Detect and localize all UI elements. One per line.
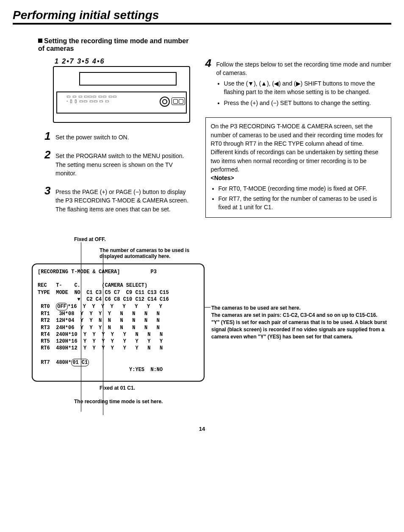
callout-fixed-01c1: Fixed at 01 C1. [100, 385, 391, 391]
info-box: On the P3 RECORDING T-MODE & CAMERA scre… [205, 117, 391, 218]
notes-heading: <Notes> [211, 174, 386, 182]
info-para: Different kinds of recordings can be und… [211, 148, 386, 174]
callout-fixed-off: Fixed at OFF. [74, 236, 391, 242]
info-note: For RT0, T-MODE (recording time mode) is… [219, 184, 386, 193]
step-number: 2 [44, 149, 53, 160]
step-3: 3 Press the PAGE (+) or PAGE (−) button … [44, 185, 193, 213]
side-note: The cameras are set in pairs: C1-C2, C3-… [211, 312, 391, 319]
step-number: 1 [44, 130, 53, 141]
step-text: Set the power switch to ON. [55, 133, 193, 141]
square-bullet-icon [38, 39, 42, 43]
callout-rec-time-mode: The recording time mode is set here. [74, 399, 391, 405]
step4-intro: Follow the steps below to set the record… [216, 61, 391, 76]
panel-controls-row: ▭ ▭ ▭ ▭▭▭ ▭▭ ▭▭◦ ▯ ▯ ▭▭ ▭▭ ▭ ▭ [66, 94, 117, 103]
section-heading: Setting the recording time mode and numb… [38, 37, 191, 53]
step-number: 4 [205, 58, 214, 69]
info-para: On the P3 RECORDING T-MODE & CAMERA scre… [211, 122, 386, 148]
step4-bullet: Use the (▼), (▲), (◀) and (▶) SHIFT butt… [224, 79, 391, 97]
side-note: "Y" (YES) is set for each pair of camera… [211, 319, 391, 340]
step-number: 3 [44, 185, 53, 196]
diagram-number-labels: 1 2•7 3•5 4•6 [32, 58, 193, 65]
two-button-group-icon [172, 97, 185, 105]
section-heading-text: Setting the recording time mode and numb… [38, 37, 188, 52]
p3-screen-box: [RECORDING T-MODE & CAMERA] P3 REC T- C.… [32, 263, 205, 382]
step-text: Set the PROGRAM switch to the MENU posit… [55, 152, 193, 177]
step-text: Follow the steps below to set the record… [216, 60, 391, 110]
side-note: The cameras to be used are set here. [211, 305, 391, 312]
step-text: Press the PAGE (+) or PAGE (−) button to… [55, 188, 193, 213]
page-number: 14 [13, 426, 391, 432]
page-title: Performing initial settings [13, 8, 391, 25]
cassette-slot-icon [79, 72, 177, 86]
screen-diagram-section: Fixed at OFF. The number of cameras to b… [32, 236, 391, 405]
vcr-front-diagram: ▭ ▭ ▭ ▭▭▭ ▭▭ ▭▭◦ ▯ ▯ ▭▭ ▭▭ ▭ ▭ [53, 66, 190, 123]
screen-side-notes: The cameras to be used are set here. The… [211, 305, 391, 340]
step-1: 1 Set the power switch to ON. [44, 130, 193, 141]
callout-camera-count: The number of cameras to be used is disp… [100, 247, 201, 259]
jog-dial-icon [160, 97, 170, 107]
step4-bullet: Press the (+) and (−) SET buttons to cha… [224, 99, 391, 107]
step-4: 4 Follow the steps below to set the reco… [205, 58, 391, 110]
connector-line-icon [204, 307, 210, 308]
info-note: For RT7, the setting for the number of c… [219, 194, 386, 212]
step-2: 2 Set the PROGRAM switch to the MENU pos… [44, 149, 193, 177]
